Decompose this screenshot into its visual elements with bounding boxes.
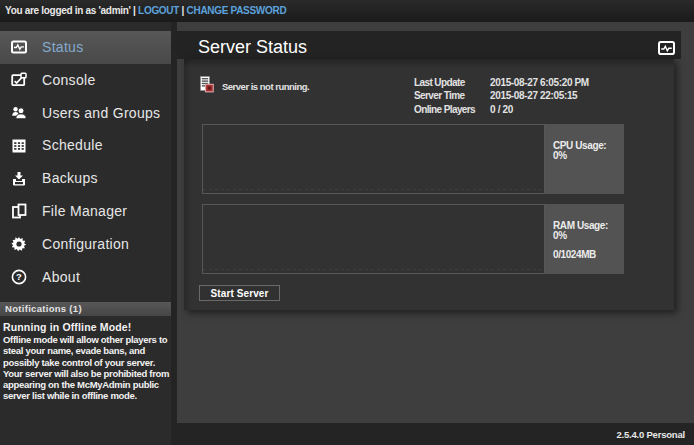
svg-text:?: ? [16, 271, 22, 282]
